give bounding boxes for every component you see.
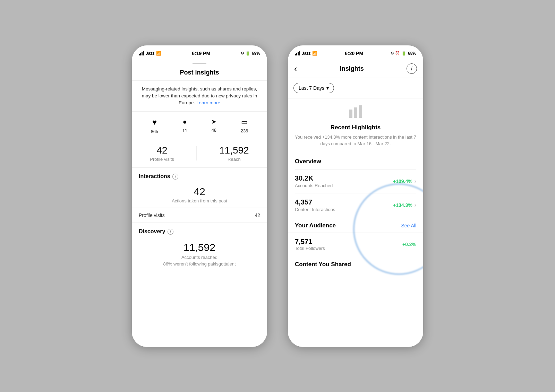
signal-bars-2 [295,51,300,55]
stat-shares: ➤ 48 [211,118,216,134]
followers-label: Total Followers [295,246,325,251]
filter-label: Last 7 Days [299,85,324,91]
overview-section: Overview 30.2K Accounts Reached +109.4% … [288,153,423,217]
back-button[interactable]: ‹ [294,63,297,74]
followers-num: 7,571 [295,238,325,246]
nav-title: Insights [340,65,364,72]
phone-insights: Jazz 📶 6:20 PM ⊙ ⏰ 🔋 68% ‹ Insights i [288,45,423,347]
audience-header: Your Audience See All [288,217,423,233]
likes-count: 865 [151,129,159,134]
battery-icon-1: 🔋 [245,51,250,56]
profile-visits-stat: 42 Profile visits [150,145,174,162]
carrier-1: Jazz [146,51,154,56]
accounts-reached-row[interactable]: 30.2K Accounts Reached +109.4% › [295,169,416,193]
stat-saves: ▭ 236 [241,118,248,134]
scene: Jazz 📶 6:19 PM ⊙ 🔋 69% Post insights Mes… [0,0,555,392]
insights-content: ‹ Insights i Last 7 Days ▾ [288,60,423,347]
battery-pct-2: 68% [408,51,416,56]
content-shared-title: Content You Shared [295,261,351,268]
interactions-info-icon[interactable]: i [172,174,178,180]
followers-left: 7,571 Total Followers [295,238,325,251]
svg-rect-1 [354,107,357,118]
profile-visits-label: Profile visits [150,157,174,162]
phone-post-insights: Jazz 📶 6:19 PM ⊙ 🔋 69% Post insights Mes… [132,45,267,347]
audience-title: Your Audience [295,222,336,229]
profile-visits-row-val: 42 [255,212,260,218]
discovery-title: Discovery [139,228,165,235]
interactions-sub: Actions taken from this post [132,198,267,208]
content-shared-header: Content You Shared [288,256,423,271]
discovery-info-icon[interactable]: i [168,229,173,235]
discovery-sub2: 86% weren't following pakisgottalent [132,261,267,272]
content-interactions-row[interactable]: 4,357 Content Interactions +134.3% › [295,193,416,217]
comments-count: 11 [182,128,187,133]
comment-icon: ● [183,118,187,126]
stat-comments: ● 11 [182,118,187,134]
stat-likes: ♥ 865 [151,118,159,134]
svg-rect-0 [349,110,352,118]
post-insights-content: Post insights Messaging-related insights… [132,60,267,347]
info-button[interactable]: i [407,63,417,74]
status-bar-2: Jazz 📶 6:20 PM ⊙ ⏰ 🔋 68% [288,45,423,60]
followers-row[interactable]: 7,571 Total Followers +0.2% [288,233,423,256]
accounts-reached-num: 30.2K [295,174,333,182]
interactions-header: Interactions i [132,168,267,182]
content-interactions-num: 4,357 [295,198,335,206]
discovery-header: Discovery i [132,223,267,237]
learn-more-link[interactable]: Learn more [196,100,220,105]
interactions-count: 42 [132,182,267,198]
filter-row: Last 7 Days ▾ [288,78,423,98]
accounts-reached-chevron: › [415,178,416,184]
accounts-reached-right: +109.4% › [393,178,416,184]
content-interactions-left: 4,357 Content Interactions [295,198,335,212]
carrier-2: Jazz [302,51,310,56]
heart-icon: ♥ [152,118,157,127]
alarm-icon-2: ⏰ [395,51,400,55]
accounts-reached-label: Accounts Reached [295,183,333,188]
highlights-title: Recent Highlights [295,124,416,131]
accounts-reached-left: 30.2K Accounts Reached [295,174,333,188]
time-1: 6:19 PM [192,51,210,56]
highlights-desc: You received +134.3% more content intera… [295,134,416,147]
date-filter-button[interactable]: Last 7 Days ▾ [293,83,334,93]
bar-chart-icon [295,105,416,121]
profile-visits-row-label: Profile visits [139,212,165,218]
reach-label: Reach [219,157,249,162]
battery-icon-2: 🔋 [401,51,407,56]
drag-handle-1 [193,63,206,64]
insights-nav: ‹ Insights i [288,60,423,78]
wifi-icon-2: 📶 [312,51,317,56]
status-right-1: ⊙ 🔋 69% [241,51,260,56]
bookmark-icon: ▭ [241,118,248,126]
saves-count: 236 [241,128,248,133]
discovery-count: 11,592 [132,237,267,255]
highlights-section: Recent Highlights You received +134.3% m… [288,98,423,153]
time-2: 6:20 PM [345,51,363,56]
share-icon: ➤ [211,118,216,125]
lock-icon-1: ⊙ [241,51,244,55]
info-banner: Messaging-related insights, such as shar… [132,81,267,112]
page-title-1: Post insights [132,66,267,81]
reach-stat: 11,592 Reach [219,145,249,162]
status-left-1: Jazz 📶 [139,51,161,56]
battery-pct-1: 69% [252,51,260,56]
status-bar-1: Jazz 📶 6:19 PM ⊙ 🔋 69% [132,45,267,60]
svg-rect-2 [359,105,362,118]
chevron-down-icon: ▾ [326,85,329,91]
stats-icons-row: ♥ 865 ● 11 ➤ 48 ▭ 236 [132,112,267,139]
shares-count: 48 [212,128,216,133]
signal-bars-1 [139,51,144,55]
info-icon: i [411,66,412,71]
followers-pct: +0.2% [402,242,416,247]
reach-num: 11,592 [219,145,249,156]
profile-reach-row: 42 Profile visits 11,592 Reach [132,139,267,168]
pv-divider [196,146,197,160]
wifi-icon-1: 📶 [156,51,161,56]
status-left-2: Jazz 📶 [295,51,317,56]
profile-visits-row: Profile visits 42 [132,208,267,223]
interactions-title: Interactions [139,173,170,180]
see-all-link[interactable]: See All [401,223,416,228]
discovery-label: Accounts reached [132,255,267,261]
content-interactions-right: +134.3% › [393,202,416,208]
content-interactions-chevron: › [415,202,416,208]
